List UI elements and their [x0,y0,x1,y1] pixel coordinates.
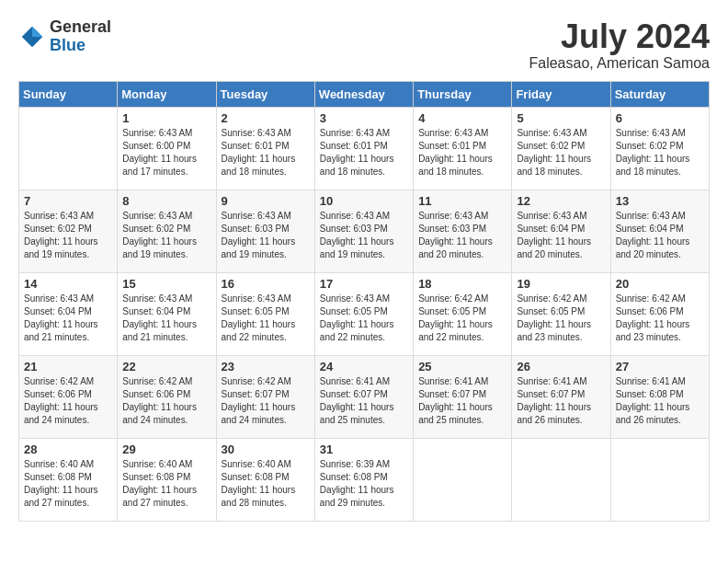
calendar-cell: 29Sunrise: 6:40 AMSunset: 6:08 PMDayligh… [118,438,216,521]
day-number: 14 [24,277,112,291]
day-info: Sunrise: 6:42 AMSunset: 6:06 PMDaylight:… [122,375,210,427]
day-number: 3 [320,111,408,125]
calendar-cell [414,438,512,521]
day-number: 9 [222,194,310,208]
calendar-cell: 23Sunrise: 6:42 AMSunset: 6:07 PMDayligh… [216,355,314,438]
day-number: 25 [418,360,506,373]
day-number: 15 [122,277,210,291]
day-number: 18 [418,277,506,291]
day-info: Sunrise: 6:42 AMSunset: 6:06 PMDaylight:… [616,293,704,344]
calendar-cell: 6Sunrise: 6:43 AMSunset: 6:02 PMDaylight… [610,107,709,190]
calendar-week-3: 14Sunrise: 6:43 AMSunset: 6:04 PMDayligh… [19,272,710,355]
logo-blue: Blue [50,37,111,55]
calendar-cell: 9Sunrise: 6:43 AMSunset: 6:03 PMDaylight… [216,190,314,272]
day-info: Sunrise: 6:41 AMSunset: 6:07 PMDaylight:… [517,375,605,427]
calendar-cell: 26Sunrise: 6:41 AMSunset: 6:07 PMDayligh… [512,355,610,438]
logo-general: General [50,18,111,37]
day-info: Sunrise: 6:43 AMSunset: 6:04 PMDaylight:… [616,210,704,261]
calendar-cell: 27Sunrise: 6:41 AMSunset: 6:08 PMDayligh… [610,355,709,438]
calendar-table: SundayMondayTuesdayWednesdayThursdayFrid… [18,81,710,522]
calendar-cell: 25Sunrise: 6:41 AMSunset: 6:07 PMDayligh… [414,355,512,438]
day-info: Sunrise: 6:42 AMSunset: 6:06 PMDaylight:… [24,375,112,427]
day-number: 17 [320,277,408,291]
day-info: Sunrise: 6:43 AMSunset: 6:02 PMDaylight:… [616,127,704,178]
calendar-cell: 17Sunrise: 6:43 AMSunset: 6:05 PMDayligh… [314,272,413,355]
day-number: 20 [616,277,704,291]
calendar-header-row: SundayMondayTuesdayWednesdayThursdayFrid… [19,81,710,107]
day-number: 24 [320,360,408,373]
day-info: Sunrise: 6:42 AMSunset: 6:07 PMDaylight:… [222,375,310,427]
day-info: Sunrise: 6:42 AMSunset: 6:05 PMDaylight:… [418,293,506,344]
day-number: 28 [24,442,112,456]
day-number: 22 [122,360,210,373]
day-info: Sunrise: 6:43 AMSunset: 6:03 PMDaylight:… [222,210,310,261]
calendar-cell: 14Sunrise: 6:43 AMSunset: 6:04 PMDayligh… [19,272,118,355]
calendar-cell: 10Sunrise: 6:43 AMSunset: 6:03 PMDayligh… [314,190,413,272]
day-number: 10 [320,194,408,208]
calendar-week-4: 21Sunrise: 6:42 AMSunset: 6:06 PMDayligh… [19,355,710,438]
calendar-cell: 18Sunrise: 6:42 AMSunset: 6:05 PMDayligh… [414,272,512,355]
calendar-cell: 16Sunrise: 6:43 AMSunset: 6:05 PMDayligh… [216,272,314,355]
day-info: Sunrise: 6:43 AMSunset: 6:01 PMDaylight:… [418,127,506,178]
day-number: 19 [517,277,605,291]
calendar-cell [19,107,118,190]
calendar-cell [512,438,610,521]
day-info: Sunrise: 6:41 AMSunset: 6:07 PMDaylight:… [320,375,408,427]
day-info: Sunrise: 6:43 AMSunset: 6:01 PMDaylight:… [320,127,408,178]
day-info: Sunrise: 6:41 AMSunset: 6:08 PMDaylight:… [616,375,704,427]
calendar-cell: 22Sunrise: 6:42 AMSunset: 6:06 PMDayligh… [118,355,216,438]
calendar-cell: 5Sunrise: 6:43 AMSunset: 6:02 PMDaylight… [512,107,610,190]
day-number: 5 [517,111,605,125]
day-number: 2 [222,111,310,125]
calendar-cell: 31Sunrise: 6:39 AMSunset: 6:08 PMDayligh… [314,438,413,521]
page-header: General Blue July 2024 Faleasao, America… [18,18,710,72]
day-number: 21 [24,360,112,373]
day-info: Sunrise: 6:43 AMSunset: 6:05 PMDaylight:… [222,293,310,344]
day-number: 8 [122,194,210,208]
logo: General Blue [18,18,111,55]
header-tuesday: Tuesday [216,81,314,107]
calendar-cell: 8Sunrise: 6:43 AMSunset: 6:02 PMDaylight… [118,190,216,272]
month-year-title: July 2024 [529,18,710,55]
day-info: Sunrise: 6:42 AMSunset: 6:05 PMDaylight:… [517,293,605,344]
calendar-cell: 21Sunrise: 6:42 AMSunset: 6:06 PMDayligh… [19,355,118,438]
logo-text: General Blue [50,18,111,55]
day-info: Sunrise: 6:43 AMSunset: 6:04 PMDaylight:… [24,293,112,344]
day-info: Sunrise: 6:43 AMSunset: 6:04 PMDaylight:… [122,293,210,344]
calendar-cell: 13Sunrise: 6:43 AMSunset: 6:04 PMDayligh… [610,190,709,272]
day-info: Sunrise: 6:43 AMSunset: 6:02 PMDaylight:… [24,210,112,261]
calendar-cell: 28Sunrise: 6:40 AMSunset: 6:08 PMDayligh… [19,438,118,521]
day-info: Sunrise: 6:40 AMSunset: 6:08 PMDaylight:… [222,458,310,510]
day-info: Sunrise: 6:43 AMSunset: 6:02 PMDaylight:… [122,210,210,261]
calendar-cell: 30Sunrise: 6:40 AMSunset: 6:08 PMDayligh… [216,438,314,521]
day-number: 1 [122,111,210,125]
header-friday: Friday [512,81,610,107]
header-wednesday: Wednesday [314,81,413,107]
calendar-cell: 11Sunrise: 6:43 AMSunset: 6:03 PMDayligh… [414,190,512,272]
day-number: 29 [122,442,210,456]
day-number: 30 [222,442,310,456]
day-number: 27 [616,360,704,373]
calendar-cell: 1Sunrise: 6:43 AMSunset: 6:00 PMDaylight… [118,107,216,190]
header-sunday: Sunday [19,81,118,107]
svg-marker-1 [32,27,42,37]
calendar-cell: 24Sunrise: 6:41 AMSunset: 6:07 PMDayligh… [314,355,413,438]
calendar-week-5: 28Sunrise: 6:40 AMSunset: 6:08 PMDayligh… [19,438,710,521]
day-info: Sunrise: 6:43 AMSunset: 6:01 PMDaylight:… [222,127,310,178]
day-number: 31 [320,442,408,456]
day-info: Sunrise: 6:40 AMSunset: 6:08 PMDaylight:… [122,458,210,510]
header-saturday: Saturday [610,81,709,107]
location-subtitle: Faleasao, American Samoa [529,55,710,72]
header-monday: Monday [118,81,216,107]
day-number: 6 [616,111,704,125]
calendar-week-2: 7Sunrise: 6:43 AMSunset: 6:02 PMDaylight… [19,190,710,272]
calendar-cell: 7Sunrise: 6:43 AMSunset: 6:02 PMDaylight… [19,190,118,272]
day-number: 11 [418,194,506,208]
calendar-cell [610,438,709,521]
day-info: Sunrise: 6:43 AMSunset: 6:04 PMDaylight:… [517,210,605,261]
day-info: Sunrise: 6:40 AMSunset: 6:08 PMDaylight:… [24,458,112,510]
day-number: 7 [24,194,112,208]
day-info: Sunrise: 6:43 AMSunset: 6:05 PMDaylight:… [320,293,408,344]
title-block: July 2024 Faleasao, American Samoa [529,18,710,72]
day-info: Sunrise: 6:43 AMSunset: 6:03 PMDaylight:… [320,210,408,261]
